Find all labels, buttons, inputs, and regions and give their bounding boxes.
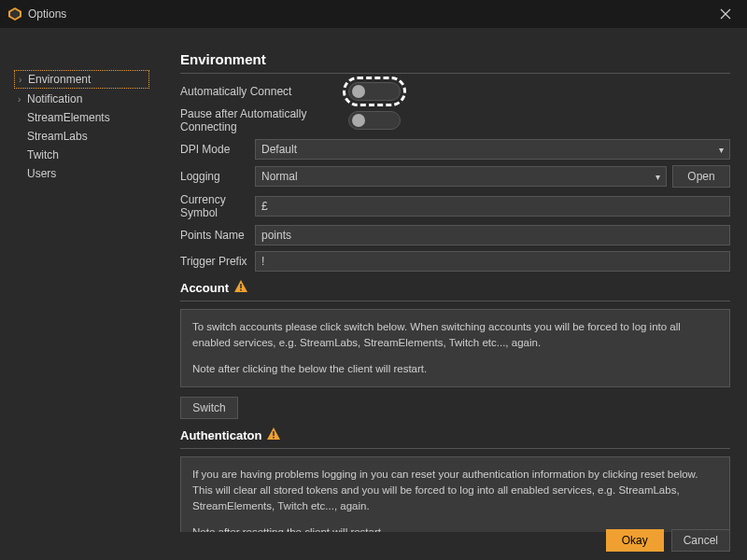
switch-account-button[interactable]: Switch bbox=[180, 397, 238, 419]
points-name-label: Points Name bbox=[180, 229, 255, 242]
logging-label: Logging bbox=[180, 170, 255, 183]
sidebar-item-twitch[interactable]: Twitch bbox=[14, 147, 149, 163]
auto-connect-toggle[interactable] bbox=[348, 82, 401, 101]
page-heading: Environment bbox=[180, 51, 730, 67]
authentication-info: If you are having problems logging in yo… bbox=[180, 456, 730, 532]
svg-rect-9 bbox=[274, 437, 275, 439]
chevron-right-icon: › bbox=[18, 94, 27, 105]
svg-rect-6 bbox=[240, 289, 242, 291]
sidebar-item-streamelements[interactable]: StreamElements bbox=[14, 109, 149, 126]
sidebar-item-label: Twitch bbox=[27, 148, 59, 161]
currency-symbol-input[interactable]: £ bbox=[255, 196, 730, 217]
okay-button[interactable]: Okay bbox=[606, 529, 664, 552]
points-name-input[interactable]: points bbox=[255, 225, 730, 245]
window-title: Options bbox=[28, 7, 712, 21]
sidebar-item-users[interactable]: Users bbox=[14, 165, 149, 182]
logging-select[interactable]: Normal bbox=[255, 166, 667, 187]
warning-icon bbox=[233, 279, 248, 297]
currency-symbol-label: Currency Symbol bbox=[180, 193, 255, 219]
sidebar-item-label: StreamElements bbox=[27, 111, 110, 124]
authentication-heading: Authenticaton bbox=[180, 427, 730, 444]
svg-rect-8 bbox=[274, 431, 275, 436]
sidebar: ›Environment ›Notification StreamElement… bbox=[0, 28, 163, 532]
sidebar-item-label: Users bbox=[27, 167, 56, 180]
account-info: To switch accounts please click switch b… bbox=[180, 309, 730, 387]
chevron-right-icon: › bbox=[19, 75, 28, 85]
account-heading: Account bbox=[180, 279, 730, 297]
sidebar-item-streamlabs[interactable]: StreamLabs bbox=[14, 128, 149, 145]
cancel-button[interactable]: Cancel bbox=[671, 529, 730, 552]
open-log-button[interactable]: Open bbox=[672, 165, 730, 188]
close-button[interactable] bbox=[712, 0, 740, 28]
sidebar-item-notification[interactable]: ›Notification bbox=[14, 91, 149, 107]
divider bbox=[180, 73, 730, 74]
sidebar-item-label: StreamLabs bbox=[27, 130, 88, 143]
main-panel: Environment Automatically Connect Pause … bbox=[163, 28, 747, 532]
dialog-footer: Okay Cancel bbox=[0, 532, 747, 560]
warning-icon bbox=[266, 427, 281, 444]
divider bbox=[180, 301, 730, 301]
svg-rect-5 bbox=[240, 284, 242, 288]
titlebar: Options bbox=[0, 0, 747, 28]
sidebar-item-label: Environment bbox=[28, 73, 91, 86]
trigger-prefix-input[interactable]: ! bbox=[255, 251, 730, 272]
divider bbox=[180, 448, 730, 449]
dpi-mode-label: DPI Mode bbox=[180, 143, 255, 156]
auto-connect-label: Automatically Connect bbox=[180, 85, 348, 98]
sidebar-item-label: Notification bbox=[27, 92, 82, 105]
app-icon bbox=[7, 7, 22, 21]
dpi-mode-select[interactable]: Default bbox=[255, 139, 730, 160]
pause-after-label: Pause after Automatically Connecting bbox=[180, 107, 348, 133]
pause-after-toggle[interactable] bbox=[348, 111, 401, 130]
trigger-prefix-label: Trigger Prefix bbox=[180, 255, 255, 268]
sidebar-item-environment[interactable]: ›Environment bbox=[14, 70, 149, 89]
